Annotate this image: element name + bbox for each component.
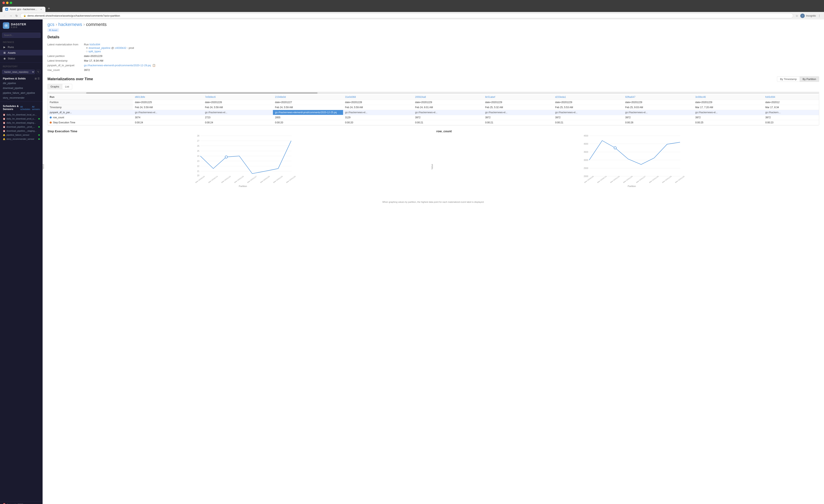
col-3c00bc46[interactable]: 3c00bc46 xyxy=(693,94,763,100)
profile-avatar[interactable]: I xyxy=(800,14,805,18)
col-92fba647[interactable]: 92fba647 xyxy=(623,94,693,100)
chart2-highlight-circle xyxy=(614,147,616,149)
breadcrumb-hackernews[interactable]: hackernews xyxy=(59,22,82,27)
rowcount-label-text: row_count xyxy=(53,116,64,119)
by-partition-button[interactable]: By Partition xyxy=(800,77,819,82)
pyspark-copy-icon[interactable]: 📋 xyxy=(152,64,156,67)
svg-text:21: 21 xyxy=(197,170,200,172)
by-timestamp-button[interactable]: By Timestamp xyxy=(777,77,800,82)
forward-button[interactable]: → xyxy=(8,13,13,18)
col-d233eda1[interactable]: d233eda1 xyxy=(553,94,623,100)
pipeline-item-story-recommender[interactable]: story_recommender xyxy=(0,95,42,100)
col-31e0d368[interactable]: 31e0d368 xyxy=(343,94,413,100)
sidebar-status-label: Status xyxy=(8,57,15,60)
tab-list[interactable]: List xyxy=(62,84,72,89)
schedule-item-2[interactable]: ⏰ daily_hn_download_staging... xyxy=(3,121,40,125)
col-7e5b9ec6[interactable]: 7e5b9ec6 xyxy=(203,94,273,100)
menu-button[interactable]: ⋮ xyxy=(817,13,822,18)
rowcount-col-3: 3129 xyxy=(343,115,413,120)
breadcrumb-gcs[interactable]: gcs xyxy=(47,22,54,27)
browser-tab-active[interactable]: ◆ Asset: gcs › hackernews › com... × xyxy=(2,7,45,12)
pipeline-item-download[interactable]: download_pipeline xyxy=(0,86,42,91)
split-types-link[interactable]: split_types xyxy=(88,50,101,53)
chart1-area: 28 27 26 25 24 23 22 21 20 xyxy=(56,136,430,187)
pyspark-col-5: gs://hackernews-el... xyxy=(483,110,553,115)
schedule-item-4[interactable]: ⏰ download_pipeline__staging... xyxy=(3,129,40,133)
timestamp-col-8: Mar 17, 7:20 AM xyxy=(693,105,763,110)
svg-point-1 xyxy=(5,25,7,26)
status-icon: ◉ xyxy=(3,57,6,60)
stepexec-col-2: 0:00:20 xyxy=(273,120,343,125)
svg-text:25: 25 xyxy=(197,150,200,152)
col-d6013bfe[interactable]: d6013bfe xyxy=(133,94,203,100)
view-toggle: By Timestamp By Partition xyxy=(777,77,819,82)
bookmark-button[interactable]: ☆ xyxy=(795,13,799,18)
col-fcb5c694[interactable]: fcb5c694 xyxy=(763,94,819,100)
svg-text:date=20201230: date=20201230 xyxy=(675,175,685,183)
rowcount-col-0: 3074 xyxy=(133,115,203,120)
asset-tag-icon: ⊞ xyxy=(49,29,51,31)
schedule-item-1[interactable]: ⏰ daily_hn_download_prod_s... xyxy=(3,117,40,121)
chart1-y-label: Value xyxy=(42,164,44,169)
back-button[interactable]: ← xyxy=(2,13,7,18)
commit-link[interactable]: c4030b32 xyxy=(115,46,126,49)
traffic-light-red[interactable] xyxy=(2,2,5,4)
search-input[interactable] xyxy=(2,33,40,38)
assets-icon: ⊞ xyxy=(3,51,6,54)
tab-close-button[interactable]: × xyxy=(40,8,42,11)
chart2-y-label: Value xyxy=(431,164,433,169)
scrollbar-thumb[interactable] xyxy=(86,92,317,94)
pipeline-link[interactable]: download_pipeline xyxy=(89,46,110,49)
reload-button[interactable]: ↻ xyxy=(15,13,19,18)
schedule-label-0: daily_hn_download_local_sc... xyxy=(6,113,40,116)
tab-graphs[interactable]: Graphs xyxy=(47,84,62,89)
stepexec-col-0: 0:00:24 xyxy=(133,120,203,125)
breadcrumb: gcs › hackernews › comments xyxy=(47,22,819,27)
pipeline-item-dbt[interactable]: dbt_pipeline xyxy=(0,81,42,86)
partition-value: date=20201229 xyxy=(84,54,819,58)
logo-icon xyxy=(3,22,9,29)
schedule-label-1: daily_hn_download_prod_s... xyxy=(6,118,37,120)
stepexec-col-4: 0:00:21 xyxy=(413,120,483,125)
grid-view-icon[interactable]: ⊞ xyxy=(35,77,37,80)
pyspark-col-0: gs://hackernews-el... xyxy=(133,110,203,115)
new-tab-button[interactable]: + xyxy=(46,5,52,12)
all-sensors-link[interactable]: All sensors xyxy=(32,106,40,110)
sidebar-item-status[interactable]: ◉ Status xyxy=(0,55,42,61)
repo-refresh-button[interactable]: ↻ xyxy=(36,70,40,74)
svg-text:date=20201230: date=20201230 xyxy=(286,175,296,183)
clock-icon-3: ⏰ xyxy=(3,126,5,128)
pipeline-item-failure-alert[interactable]: pipeline_failure_alert_pipeline xyxy=(0,91,42,95)
pipelines-heading-container: Pipelines & Solids ⊞ ☰ xyxy=(0,75,42,81)
run-id-link[interactable]: fcb5c694 xyxy=(89,43,100,46)
col-8c51abef[interactable]: 8c51abef xyxy=(483,94,553,100)
tab-title: Asset: gcs › hackernews › com... xyxy=(10,8,38,11)
asset-tag[interactable]: ⊞ Asset xyxy=(47,28,59,32)
sidebar-item-assets[interactable]: ⊞ Assets xyxy=(0,50,42,55)
pipelines-heading: Pipelines & Solids xyxy=(3,77,26,80)
traffic-light-yellow[interactable] xyxy=(6,2,8,4)
stepexec-col-8: 0:00:25 xyxy=(693,120,763,125)
all-schedules-link[interactable]: All schedules xyxy=(20,106,30,110)
scrollbar-track[interactable] xyxy=(47,92,819,94)
pyspark-path-link[interactable]: gs://hackernews-elementl-prod/comments/2… xyxy=(84,64,151,67)
schedule-label-5: pipeline_failure_sensor xyxy=(6,134,37,136)
pipelines-heading-icons: ⊞ ☰ xyxy=(35,77,40,80)
partition-col-3: date=20201228 xyxy=(343,100,413,105)
schedule-item-5[interactable]: 🔔 pipeline_failure_sensor xyxy=(3,133,40,137)
col-21548e0d[interactable]: 21548e0d xyxy=(273,94,343,100)
rowcount-col-4: 3972 xyxy=(413,115,483,120)
partition-col-2: date=20201227 xyxy=(273,100,343,105)
traffic-light-green[interactable] xyxy=(10,2,12,4)
repository-select[interactable]: hacker_news_repository xyxy=(2,70,35,74)
list-view-icon[interactable]: ☰ xyxy=(37,77,40,80)
footer-clock-icon: ⏰ xyxy=(3,503,6,504)
run-header-cell: Run xyxy=(47,94,133,100)
schedule-item-6[interactable]: 🔔 story_recommender_sensor xyxy=(3,137,40,141)
col-205924a8[interactable]: 205924a8 xyxy=(413,94,483,100)
sidebar-item-runs[interactable]: ▶ Runs xyxy=(0,44,42,50)
schedule-item-3[interactable]: ⏰ download_pipeline__prod_... xyxy=(3,125,40,129)
timestamp-col-0: Feb 24, 5:59 AM xyxy=(133,105,203,110)
schedule-item-0[interactable]: ⏰ daily_hn_download_local_sc... xyxy=(3,113,40,117)
stepexec-label-text: Step Execution Time xyxy=(53,121,75,124)
